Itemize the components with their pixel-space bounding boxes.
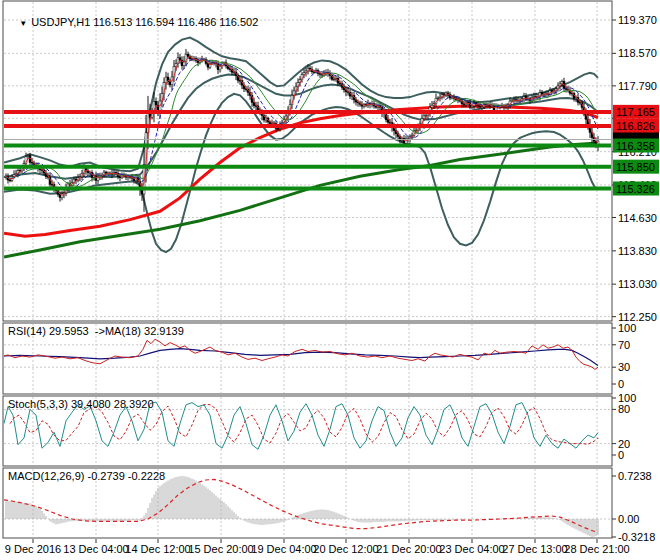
candle-body — [165, 77, 167, 83]
rsi-axis-label: 30 — [618, 361, 630, 373]
symbol-period-label: USDJPY,H1 — [31, 16, 90, 28]
chart-title-bar[interactable]: ▼USDJPY,H1 116.513 116.594 116.486 116.5… — [7, 3, 258, 43]
price-badge-label: 117.165 — [616, 106, 655, 118]
macd-histogram — [6, 476, 598, 537]
stoch-axis-label: 0 — [618, 449, 624, 461]
candle-body — [119, 177, 121, 178]
date-axis-label: 13 Dec 04:00 — [63, 543, 128, 555]
main-pane-border — [3, 1, 612, 321]
ma-slow-green-line — [4, 143, 598, 257]
date-axis-label: 27 Dec 13:00 — [502, 543, 567, 555]
candle-body — [169, 82, 171, 85]
candle-body — [187, 54, 189, 56]
price-badge-label: 115.850 — [616, 161, 655, 173]
candle-body — [31, 162, 33, 163]
candle-body — [471, 106, 473, 107]
date-axis-label: 21 Dec 20:00 — [376, 543, 441, 555]
macd-header-label: MACD(12,26,9) -0.2739 -0.2228 — [8, 470, 165, 483]
date-axis-label: 28 Dec 21:00 — [564, 543, 629, 555]
rsi-axis-label: 0 — [618, 378, 624, 390]
date-axis-label: 15 Dec 20:00 — [188, 543, 253, 555]
candle-body — [27, 156, 29, 157]
main-pane[interactable] — [4, 2, 611, 320]
price-badge: 116.358 — [613, 139, 659, 153]
price-badge: 116.826 — [613, 119, 659, 133]
price-badge: 115.850 — [613, 160, 659, 174]
price-axis-label: 119.370 — [618, 14, 657, 26]
macd-axis-label: -0.3218 — [618, 531, 655, 543]
date-axis-label: 20 Dec 12:00 — [313, 543, 378, 555]
price-badge-label: 115.326 — [616, 183, 655, 195]
symbol-dropdown-icon[interactable]: ▼ — [19, 19, 27, 28]
candle-body — [277, 128, 279, 129]
rsi-axis-label: 70 — [618, 339, 630, 351]
candle-body — [155, 101, 157, 105]
rsi-line — [4, 339, 598, 369]
price-axis-label: 113.830 — [618, 245, 657, 257]
stoch-axis-label: 100 — [618, 392, 636, 404]
rsi-axis-label: 100 — [618, 322, 636, 334]
date-axis-label: 9 Dec 2016 — [5, 543, 61, 555]
candle-body — [179, 58, 181, 60]
price-badge: 115.326 — [613, 182, 659, 196]
candle-body — [9, 180, 11, 181]
price-axis-label: 112.250 — [618, 311, 657, 323]
date-axis-label: 19 Dec 04:00 — [251, 543, 316, 555]
price-axis-label: 117.790 — [618, 80, 657, 92]
candle-body — [565, 89, 567, 90]
y-axis: 119.370118.570117.790117.010116.210115.4… — [612, 14, 659, 543]
quote-ohlc-label: 116.513 116.594 116.486 116.502 — [93, 16, 258, 28]
date-axis-label: 23 Dec 04:00 — [439, 543, 504, 555]
stoch-axis-label: 80 — [618, 403, 630, 415]
price-axis-label: 113.030 — [618, 278, 657, 290]
candle-body — [333, 79, 335, 80]
macd-axis-label: 0.00 — [618, 513, 639, 525]
macd-signal-line — [4, 479, 598, 532]
rsi-header-label: RSI(14) 29.5953 ->MA(18) 32.9139 — [8, 325, 184, 338]
price-badge-label: 116.826 — [616, 120, 655, 132]
candle-body — [463, 104, 465, 105]
candle-body — [313, 72, 315, 73]
stoch-header-label: Stoch(5,3,3) 39.4080 28.3920 — [8, 398, 154, 411]
macd-axis-label: 0.7238 — [618, 470, 652, 482]
price-badge-label: 116.358 — [616, 140, 655, 152]
candle-body — [451, 98, 453, 99]
price-axis-label: 114.630 — [618, 212, 657, 224]
stoch-axis-label: 20 — [618, 438, 630, 450]
price-badge: 117.165 — [613, 105, 659, 119]
candle-body — [481, 107, 483, 108]
trading-chart-window: 119.370118.570117.790117.010116.210115.4… — [0, 0, 660, 560]
date-axis-label: 14 Dec 12:00 — [125, 543, 190, 555]
x-axis: 9 Dec 201613 Dec 04:0014 Dec 12:0015 Dec… — [5, 539, 630, 555]
price-axis-label: 118.570 — [618, 47, 657, 59]
